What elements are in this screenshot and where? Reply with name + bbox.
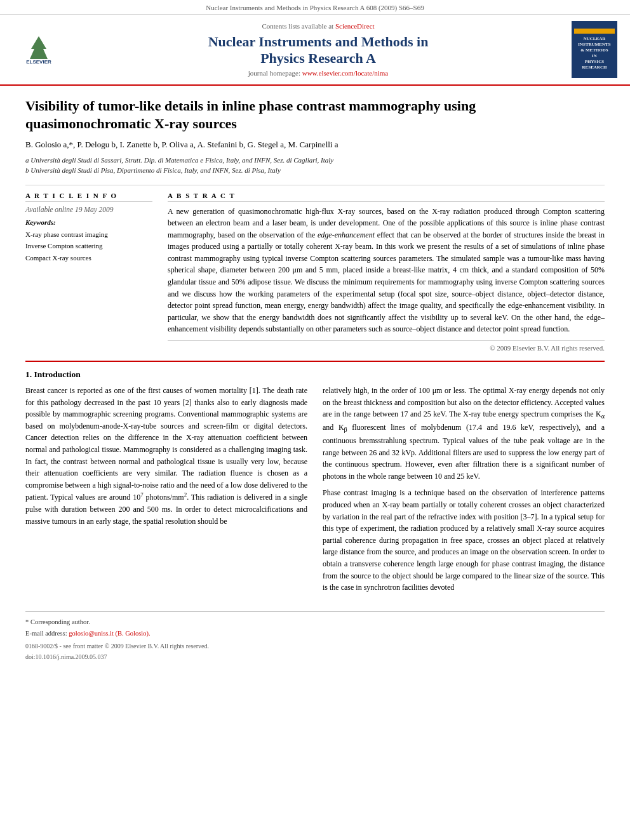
main-content: Visibility of tumor-like details in inli… xyxy=(0,86,630,672)
article-info-label: A R T I C L E I N F O xyxy=(25,192,152,202)
journal-title: Nuclear Instruments and Methods in Physi… xyxy=(208,34,429,67)
journal-header: ELSEVIER Contents lists available at Sci… xyxy=(0,15,630,86)
copyright-line: © 2009 Elsevier B.V. All rights reserved… xyxy=(168,340,605,352)
abstract-label: A B S T R A C T xyxy=(168,192,605,202)
contents-line: Contents lists available at ScienceDirec… xyxy=(262,22,374,30)
article-info-col: A R T I C L E I N F O Available online 1… xyxy=(25,192,152,352)
available-online: Available online 19 May 2009 xyxy=(25,206,152,213)
journal-citation: Nuclear Instruments and Methods in Physi… xyxy=(206,4,424,11)
abstract-col: A B S T R A C T A new generation of quas… xyxy=(168,192,605,352)
affiliations: a Università degli Studi di Sassari, Str… xyxy=(25,155,605,176)
intro-col-left: Breast cancer is reported as one of the … xyxy=(25,385,307,599)
journal-thumb-stripe xyxy=(574,29,615,34)
journal-header-left: ELSEVIER xyxy=(10,21,67,78)
journal-thumbnail: NUCLEARINSTRUMENTS& METHODSINPHYSICSRESE… xyxy=(572,21,617,78)
affiliation-b: b Università degli Studi di Pisa, Dipart… xyxy=(25,165,605,176)
intro-para-2: relatively high, in the order of 100 μm … xyxy=(323,385,605,482)
introduction-section: 1. Introduction Breast cancer is reporte… xyxy=(25,370,605,599)
keyword-3: Compact X-ray sources xyxy=(25,252,152,264)
journal-homepage-link[interactable]: www.elsevier.com/locate/nima xyxy=(302,69,389,77)
corresponding-author-note: * Corresponding author. xyxy=(25,617,605,627)
body-divider xyxy=(25,361,605,362)
science-direct-link[interactable]: ScienceDirect xyxy=(335,22,375,30)
intro-para-3: Phase contrast imaging is a technique ba… xyxy=(323,487,605,593)
intro-para-1: Breast cancer is reported as one of the … xyxy=(25,385,307,527)
section-divider-top xyxy=(25,185,605,185)
email-note: E-mail address: golosio@uniss.it (B. Gol… xyxy=(25,629,605,639)
affiliation-a: a Università degli Studi di Sassari, Str… xyxy=(25,155,605,166)
keywords-list: X-ray phase contrast imaging Inverse Com… xyxy=(25,229,152,264)
keyword-1: X-ray phase contrast imaging xyxy=(25,229,152,241)
journal-header-right: NUCLEARINSTRUMENTS& METHODSINPHYSICSRESE… xyxy=(569,21,620,78)
article-info-abstract: A R T I C L E I N F O Available online 1… xyxy=(25,192,605,352)
introduction-heading: 1. Introduction xyxy=(25,370,605,380)
journal-homepage: journal homepage: www.elsevier.com/locat… xyxy=(248,69,388,77)
introduction-body: Breast cancer is reported as one of the … xyxy=(25,385,605,599)
footer-area: * Corresponding author. E-mail address: … xyxy=(25,611,605,661)
svg-text:ELSEVIER: ELSEVIER xyxy=(26,59,51,65)
top-bar: Nuclear Instruments and Methods in Physi… xyxy=(0,0,630,15)
keywords-label: Keywords: xyxy=(25,218,152,226)
email-link[interactable]: golosio@uniss.it (B. Golosio). xyxy=(69,630,150,637)
intro-col-right: relatively high, in the order of 100 μm … xyxy=(323,385,605,599)
article-title: Visibility of tumor-like details in inli… xyxy=(25,97,605,132)
journal-thumb-text: NUCLEARINSTRUMENTS& METHODSINPHYSICSRESE… xyxy=(578,36,610,71)
authors: B. Golosio a,*, P. Delogu b, I. Zanette … xyxy=(25,138,605,151)
journal-header-center: Contents lists available at ScienceDirec… xyxy=(74,21,563,78)
keyword-2: Inverse Compton scattering xyxy=(25,240,152,252)
issn-line: 0168-9002/$ - see front matter © 2009 El… xyxy=(25,643,605,650)
abstract-text: A new generation of quasimonochromatic h… xyxy=(168,206,605,336)
elsevier-logo-icon: ELSEVIER xyxy=(13,34,64,65)
doi-line: doi:10.1016/j.nima.2009.05.037 xyxy=(25,653,605,660)
